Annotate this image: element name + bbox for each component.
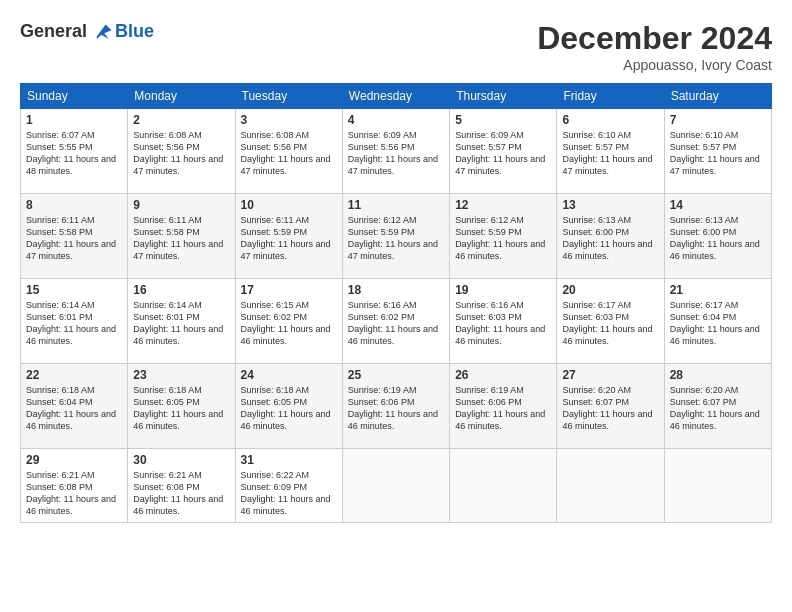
day-number: 25	[348, 368, 444, 382]
day-info: Sunrise: 6:16 AM Sunset: 6:02 PM Dayligh…	[348, 299, 444, 348]
month-title: December 2024	[537, 20, 772, 57]
calendar-cell: 9 Sunrise: 6:11 AM Sunset: 5:58 PM Dayli…	[128, 194, 235, 279]
header: General Blue December 2024 Appouasso, Iv…	[20, 20, 772, 73]
calendar-cell: 4 Sunrise: 6:09 AM Sunset: 5:56 PM Dayli…	[342, 109, 449, 194]
calendar-cell	[664, 449, 771, 523]
day-info: Sunrise: 6:09 AM Sunset: 5:57 PM Dayligh…	[455, 129, 551, 178]
col-monday: Monday	[128, 84, 235, 109]
day-number: 10	[241, 198, 337, 212]
calendar-cell: 28 Sunrise: 6:20 AM Sunset: 6:07 PM Dayl…	[664, 364, 771, 449]
calendar-cell: 29 Sunrise: 6:21 AM Sunset: 6:08 PM Dayl…	[21, 449, 128, 523]
day-info: Sunrise: 6:10 AM Sunset: 5:57 PM Dayligh…	[670, 129, 766, 178]
calendar-cell: 7 Sunrise: 6:10 AM Sunset: 5:57 PM Dayli…	[664, 109, 771, 194]
day-number: 13	[562, 198, 658, 212]
day-info: Sunrise: 6:13 AM Sunset: 6:00 PM Dayligh…	[562, 214, 658, 263]
day-info: Sunrise: 6:21 AM Sunset: 6:08 PM Dayligh…	[133, 469, 229, 518]
day-info: Sunrise: 6:07 AM Sunset: 5:55 PM Dayligh…	[26, 129, 122, 178]
day-number: 4	[348, 113, 444, 127]
day-info: Sunrise: 6:16 AM Sunset: 6:03 PM Dayligh…	[455, 299, 551, 348]
day-info: Sunrise: 6:19 AM Sunset: 6:06 PM Dayligh…	[455, 384, 551, 433]
calendar-cell: 11 Sunrise: 6:12 AM Sunset: 5:59 PM Dayl…	[342, 194, 449, 279]
day-info: Sunrise: 6:20 AM Sunset: 6:07 PM Dayligh…	[562, 384, 658, 433]
day-number: 9	[133, 198, 229, 212]
day-number: 22	[26, 368, 122, 382]
calendar-cell: 17 Sunrise: 6:15 AM Sunset: 6:02 PM Dayl…	[235, 279, 342, 364]
day-info: Sunrise: 6:11 AM Sunset: 5:58 PM Dayligh…	[133, 214, 229, 263]
col-saturday: Saturday	[664, 84, 771, 109]
day-number: 1	[26, 113, 122, 127]
day-number: 14	[670, 198, 766, 212]
calendar-cell: 21 Sunrise: 6:17 AM Sunset: 6:04 PM Dayl…	[664, 279, 771, 364]
logo-bird-icon	[91, 20, 113, 42]
calendar-cell: 5 Sunrise: 6:09 AM Sunset: 5:57 PM Dayli…	[450, 109, 557, 194]
day-info: Sunrise: 6:21 AM Sunset: 6:08 PM Dayligh…	[26, 469, 122, 518]
calendar-cell: 12 Sunrise: 6:12 AM Sunset: 5:59 PM Dayl…	[450, 194, 557, 279]
calendar-cell	[450, 449, 557, 523]
logo-blue: Blue	[115, 21, 154, 42]
day-number: 2	[133, 113, 229, 127]
calendar-cell: 20 Sunrise: 6:17 AM Sunset: 6:03 PM Dayl…	[557, 279, 664, 364]
calendar: Sunday Monday Tuesday Wednesday Thursday…	[20, 83, 772, 523]
calendar-cell: 25 Sunrise: 6:19 AM Sunset: 6:06 PM Dayl…	[342, 364, 449, 449]
page: General Blue December 2024 Appouasso, Iv…	[0, 0, 792, 612]
col-tuesday: Tuesday	[235, 84, 342, 109]
day-number: 12	[455, 198, 551, 212]
title-section: December 2024 Appouasso, Ivory Coast	[537, 20, 772, 73]
day-number: 26	[455, 368, 551, 382]
day-info: Sunrise: 6:08 AM Sunset: 5:56 PM Dayligh…	[133, 129, 229, 178]
svg-marker-0	[97, 24, 112, 39]
calendar-cell	[342, 449, 449, 523]
day-number: 16	[133, 283, 229, 297]
day-info: Sunrise: 6:11 AM Sunset: 5:58 PM Dayligh…	[26, 214, 122, 263]
day-number: 29	[26, 453, 122, 467]
day-info: Sunrise: 6:17 AM Sunset: 6:03 PM Dayligh…	[562, 299, 658, 348]
day-info: Sunrise: 6:15 AM Sunset: 6:02 PM Dayligh…	[241, 299, 337, 348]
day-number: 21	[670, 283, 766, 297]
calendar-cell: 23 Sunrise: 6:18 AM Sunset: 6:05 PM Dayl…	[128, 364, 235, 449]
calendar-cell: 30 Sunrise: 6:21 AM Sunset: 6:08 PM Dayl…	[128, 449, 235, 523]
day-number: 27	[562, 368, 658, 382]
col-sunday: Sunday	[21, 84, 128, 109]
calendar-cell: 13 Sunrise: 6:13 AM Sunset: 6:00 PM Dayl…	[557, 194, 664, 279]
calendar-cell: 6 Sunrise: 6:10 AM Sunset: 5:57 PM Dayli…	[557, 109, 664, 194]
day-info: Sunrise: 6:18 AM Sunset: 6:05 PM Dayligh…	[133, 384, 229, 433]
logo: General Blue	[20, 20, 154, 42]
day-info: Sunrise: 6:18 AM Sunset: 6:04 PM Dayligh…	[26, 384, 122, 433]
day-number: 28	[670, 368, 766, 382]
calendar-cell: 2 Sunrise: 6:08 AM Sunset: 5:56 PM Dayli…	[128, 109, 235, 194]
day-number: 24	[241, 368, 337, 382]
calendar-cell: 19 Sunrise: 6:16 AM Sunset: 6:03 PM Dayl…	[450, 279, 557, 364]
day-info: Sunrise: 6:20 AM Sunset: 6:07 PM Dayligh…	[670, 384, 766, 433]
calendar-cell: 15 Sunrise: 6:14 AM Sunset: 6:01 PM Dayl…	[21, 279, 128, 364]
day-info: Sunrise: 6:12 AM Sunset: 5:59 PM Dayligh…	[455, 214, 551, 263]
calendar-cell: 16 Sunrise: 6:14 AM Sunset: 6:01 PM Dayl…	[128, 279, 235, 364]
calendar-cell: 14 Sunrise: 6:13 AM Sunset: 6:00 PM Dayl…	[664, 194, 771, 279]
day-number: 7	[670, 113, 766, 127]
calendar-cell: 26 Sunrise: 6:19 AM Sunset: 6:06 PM Dayl…	[450, 364, 557, 449]
day-info: Sunrise: 6:19 AM Sunset: 6:06 PM Dayligh…	[348, 384, 444, 433]
calendar-cell: 1 Sunrise: 6:07 AM Sunset: 5:55 PM Dayli…	[21, 109, 128, 194]
calendar-cell	[557, 449, 664, 523]
day-number: 31	[241, 453, 337, 467]
calendar-cell: 18 Sunrise: 6:16 AM Sunset: 6:02 PM Dayl…	[342, 279, 449, 364]
day-number: 3	[241, 113, 337, 127]
location: Appouasso, Ivory Coast	[537, 57, 772, 73]
day-number: 15	[26, 283, 122, 297]
calendar-cell: 8 Sunrise: 6:11 AM Sunset: 5:58 PM Dayli…	[21, 194, 128, 279]
day-info: Sunrise: 6:14 AM Sunset: 6:01 PM Dayligh…	[26, 299, 122, 348]
col-friday: Friday	[557, 84, 664, 109]
day-info: Sunrise: 6:10 AM Sunset: 5:57 PM Dayligh…	[562, 129, 658, 178]
calendar-cell: 24 Sunrise: 6:18 AM Sunset: 6:05 PM Dayl…	[235, 364, 342, 449]
day-number: 11	[348, 198, 444, 212]
day-number: 17	[241, 283, 337, 297]
day-info: Sunrise: 6:11 AM Sunset: 5:59 PM Dayligh…	[241, 214, 337, 263]
day-number: 30	[133, 453, 229, 467]
col-wednesday: Wednesday	[342, 84, 449, 109]
day-info: Sunrise: 6:22 AM Sunset: 6:09 PM Dayligh…	[241, 469, 337, 518]
calendar-cell: 22 Sunrise: 6:18 AM Sunset: 6:04 PM Dayl…	[21, 364, 128, 449]
day-info: Sunrise: 6:12 AM Sunset: 5:59 PM Dayligh…	[348, 214, 444, 263]
day-number: 18	[348, 283, 444, 297]
calendar-cell: 10 Sunrise: 6:11 AM Sunset: 5:59 PM Dayl…	[235, 194, 342, 279]
day-info: Sunrise: 6:17 AM Sunset: 6:04 PM Dayligh…	[670, 299, 766, 348]
day-number: 8	[26, 198, 122, 212]
